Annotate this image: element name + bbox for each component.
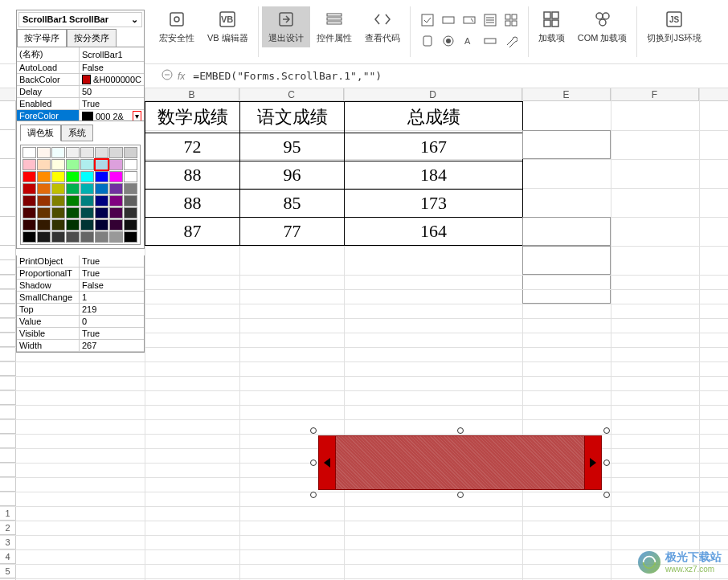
color-cell[interactable] [37,159,51,170]
color-cell[interactable] [95,219,108,231]
property-row[interactable]: VisibleTrue [17,328,144,340]
color-cell[interactable] [22,219,36,231]
view-code-button[interactable]: 查看代码 [358,6,407,47]
color-cell[interactable] [80,219,94,231]
resize-handle[interactable] [603,460,610,466]
resize-handle[interactable] [310,427,317,434]
color-cell[interactable] [80,147,94,158]
color-cell[interactable] [51,159,65,170]
color-cell[interactable] [95,195,108,206]
color-tab-system[interactable]: 系统 [61,125,93,141]
color-cell[interactable] [51,147,65,158]
color-cell[interactable] [109,219,123,231]
color-cell[interactable] [22,147,36,158]
scrollbar-ctrl-icon[interactable] [483,34,497,48]
property-value[interactable]: 1 [80,292,144,303]
control-props-button[interactable]: 控件属性 [310,6,358,47]
color-cell[interactable] [51,171,65,182]
color-cell[interactable] [37,171,51,182]
property-row[interactable]: Delay50 [17,86,144,98]
resize-handle[interactable] [457,492,464,498]
color-cell[interactable] [22,183,36,194]
scrollbar-control[interactable] [313,431,607,495]
scrollbar-track[interactable] [318,435,602,490]
color-cell[interactable] [51,231,65,243]
chevron-down-icon[interactable]: ⌄ [131,14,138,25]
property-value[interactable]: False [80,280,144,291]
macro-security-button[interactable]: 宏安全性 [153,6,201,47]
color-cell[interactable] [124,219,137,231]
property-value[interactable]: &H000000C [80,74,144,85]
property-value[interactable]: 50 [80,86,144,97]
more-controls-icon[interactable] [504,13,518,27]
color-cell[interactable] [95,183,108,194]
color-cell[interactable] [95,231,108,243]
color-cell[interactable] [37,231,51,243]
color-cell[interactable] [66,231,80,243]
color-cell[interactable] [66,147,80,158]
color-cell[interactable] [37,207,51,219]
property-row[interactable]: BackColor&H000000C [17,74,144,86]
color-cell[interactable] [80,159,94,170]
color-cell[interactable] [109,195,123,206]
property-row[interactable]: SmallChange1 [17,292,144,304]
color-cell[interactable] [95,171,108,182]
color-cell[interactable] [124,147,137,158]
property-row[interactable]: (名称)ScrollBar1 [17,47,144,62]
color-cell[interactable] [37,183,51,194]
listbox-icon[interactable] [483,13,497,27]
color-cell[interactable] [66,183,80,194]
color-cell[interactable] [22,171,36,182]
property-row[interactable]: Top219 [17,304,144,316]
color-cell[interactable] [66,207,80,219]
resize-handle[interactable] [310,460,317,466]
color-cell[interactable] [37,195,51,206]
color-cell[interactable] [109,159,123,170]
property-row[interactable]: ProportionalTTrue [17,268,144,280]
color-cell[interactable] [66,219,80,231]
button-ctrl-icon[interactable] [420,34,435,48]
resize-handle[interactable] [457,427,464,434]
color-tab-palette[interactable]: 调色板 [20,125,61,141]
cancel-formula-icon[interactable] [162,69,173,83]
exit-design-button[interactable]: 退出设计 [262,6,310,47]
color-cell[interactable] [109,147,123,158]
property-value[interactable]: False [80,62,144,73]
color-cell[interactable] [124,207,137,219]
color-cell[interactable] [66,195,80,206]
color-cell[interactable] [51,219,65,231]
property-value[interactable]: 267 [80,340,144,351]
property-value[interactable]: True [80,98,144,109]
tab-categorized[interactable]: 按分类序 [67,29,117,47]
textbox-icon[interactable] [441,13,456,27]
color-cell[interactable] [124,171,137,182]
color-cell[interactable] [80,231,94,243]
color-cell[interactable] [80,195,94,206]
color-cell[interactable] [109,207,123,219]
addin-button[interactable]: 加载项 [532,6,571,47]
color-cell[interactable] [37,147,51,158]
color-cell[interactable] [95,207,108,219]
property-value[interactable]: True [80,268,144,279]
properties-title-bar[interactable]: ScrollBar1 ScrollBar ⌄ [18,12,142,27]
color-cell[interactable] [95,159,108,170]
color-cell[interactable] [51,207,65,219]
color-cell[interactable] [124,231,137,243]
formula-input[interactable]: =EMBED("Forms.ScrollBar.1","") [191,68,722,84]
resize-handle[interactable] [603,492,610,498]
property-row[interactable]: ShadowFalse [17,280,144,292]
fx-label[interactable]: fx [178,71,185,82]
dropdown-icon[interactable] [462,13,476,27]
checkbox-icon[interactable] [420,13,435,27]
property-value[interactable]: True [80,328,144,339]
color-cell[interactable] [124,195,137,206]
scrollbar-left-arrow[interactable] [318,435,336,490]
color-cell[interactable] [66,159,80,170]
color-cell[interactable] [124,183,137,194]
color-cell[interactable] [95,147,108,158]
property-value[interactable]: 219 [80,304,144,315]
color-cell[interactable] [80,183,94,194]
color-cell[interactable] [124,159,137,170]
vb-editor-button[interactable]: VB VB 编辑器 [201,6,255,47]
resize-handle[interactable] [310,492,317,498]
